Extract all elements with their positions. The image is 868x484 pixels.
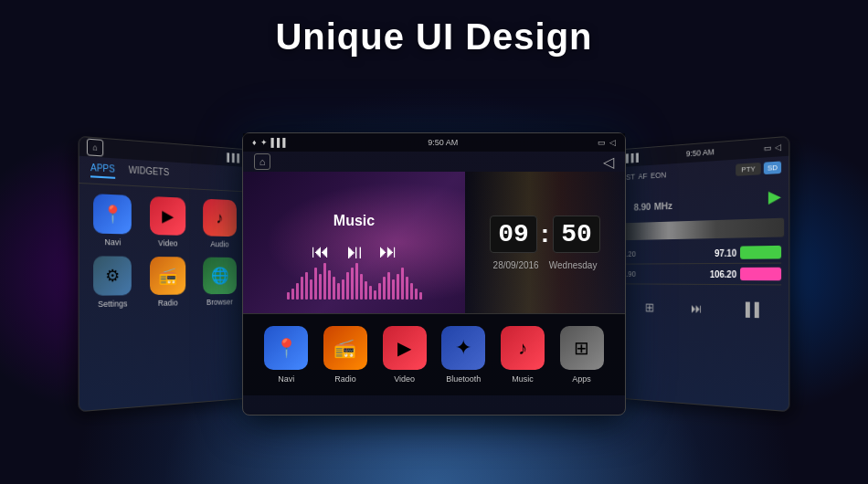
music-bars [243,263,465,300]
app-radio[interactable]: 📻 Radio [145,257,190,308]
grid-nav-btn[interactable]: ⊞ [645,300,655,315]
preset2-num: .90 [626,269,646,279]
center-top-nav: ⌂ ◁ [243,152,625,172]
app-browser[interactable]: 🌐 Browser [198,258,240,307]
app-audio[interactable]: ♪ Audio [198,198,240,248]
status-icons: ▌▌▌ [227,153,241,163]
radio-preset-2[interactable]: .90 106.20 [626,264,781,286]
music-bar [291,289,294,300]
bluetooth-icon: ✦ [260,138,268,147]
settings-icon: ⚙ [93,256,132,295]
radio-btn-af[interactable]: AF [638,171,647,180]
dock-bt-label: Bluetooth [446,374,481,384]
right-time: 9:50 AM [686,147,715,158]
music-bar [369,286,372,300]
music-bar [387,272,390,300]
back-icon[interactable]: ◁ [609,138,616,147]
music-bar [328,270,331,300]
music-bar [383,277,386,300]
music-bar [301,277,303,300]
preset1-num: .20 [626,249,646,258]
pty-button[interactable]: PTY [736,163,760,176]
tab-apps[interactable]: APPS [90,163,115,179]
dock-bluetooth[interactable]: ✦ Bluetooth [441,326,485,384]
right-battery: ▭ [764,142,772,153]
radio-btn-st[interactable]: ST [626,172,635,181]
dock-radio[interactable]: 📻 Radio [323,326,367,384]
app-video[interactable]: ▶ Video [145,196,190,248]
dock-video[interactable]: ▶ Video [383,326,427,384]
music-controls: ⏮ ⏯ ⏭ [312,240,397,264]
preset2-bar [740,268,781,281]
clock-panel: 09 : 50 28/09/2016 Wednesday [465,172,625,313]
radio-preset-1[interactable]: .20 97.10 [626,242,781,265]
rewind-button[interactable]: ⏮ [312,241,330,262]
right-status-icons: ▌▌▌ [626,153,640,163]
dock-navi[interactable]: 📍 Navi [264,326,308,384]
center-back-btn[interactable]: ◁ [603,153,614,171]
video-label: Video [158,238,177,247]
navi-label: Navi [104,237,121,247]
music-title: Music [333,213,375,229]
music-panel: Music ⏮ ⏯ ⏭ [243,172,465,313]
dock-navi-icon: 📍 [264,326,308,370]
screen-center: ♦ ✦ ▌▌▌ 9:50 AM ▭ ◁ ⌂ ◁ Music ⏮ ⏯ ⏭ [242,132,626,416]
radio-label: Radio [158,299,178,308]
right-back[interactable]: ◁ [775,142,781,153]
app-settings[interactable]: ⚙ Settings [89,256,136,309]
music-bar [337,283,340,300]
center-status-bar: ♦ ✦ ▌▌▌ 9:50 AM ▭ ◁ [243,133,625,152]
radio-frequency: 8.90MHz [626,184,681,219]
center-home-btn[interactable]: ⌂ [254,153,270,170]
dock-video-label: Video [394,374,415,384]
music-bar [333,277,335,300]
play-pause-button[interactable]: ⏯ [344,240,365,264]
navi-icon: 📍 [93,194,132,234]
page-title: Unique UI Design [0,16,868,58]
video-icon: ▶ [150,196,185,236]
dock-navi-label: Navi [278,374,294,384]
radio-btn-eon[interactable]: EON [651,170,666,180]
preset1-freq: 97.10 [646,247,740,258]
dock-apps-icon: ⊞ [560,326,604,370]
music-bar [323,263,326,300]
dock-video-icon: ▶ [383,326,427,370]
music-bar [351,268,354,300]
settings-label: Settings [98,299,127,309]
music-bar [355,263,358,300]
dock-music[interactable]: ♪ Music [501,326,545,384]
dock-apps[interactable]: ⊞ Apps [560,326,604,384]
screen-left: ⌂ ▌▌▌ APPS WIDGETS 📍 Navi ▶ Video ♪ Audi… [79,136,249,412]
app-navi[interactable]: 📍 Navi [89,194,136,247]
browser-icon: 🌐 [203,258,237,295]
forward-button[interactable]: ⏭ [379,241,397,262]
dock-apps-label: Apps [572,374,591,384]
clock-display: 09 : 50 [490,216,600,253]
signal-icon: ▌▌▌ [227,153,241,163]
battery-icon: ▭ [598,138,606,147]
tab-widgets[interactable]: WIDGETS [129,164,169,182]
clock-minutes: 50 [553,216,600,253]
music-bar [319,274,322,300]
skip-nav-btn[interactable]: ⏭ [691,301,703,316]
clock-date: 28/09/2016 Wednesday [493,260,598,270]
audio-icon: ♪ [203,199,237,237]
play-icon[interactable]: ▶ [768,185,781,206]
dock-music-icon: ♪ [501,326,545,370]
music-bar [287,292,290,300]
music-bar [397,274,399,300]
music-bar [410,283,413,300]
music-bar [406,277,408,300]
eq-nav-btn[interactable]: ▐▐ [741,301,759,317]
music-bar [346,272,349,300]
music-bar [342,279,344,300]
browser-label: Browser [206,298,233,307]
sd-button[interactable]: SD [764,161,781,174]
home-icon[interactable]: ⌂ [87,139,103,157]
right-signal: ▌▌▌ [626,153,640,163]
music-bar [314,268,317,300]
music-bar [401,268,404,300]
freq-unit: MHz [654,200,672,211]
bottom-dock: 📍 Navi 📻 Radio ▶ Video ✦ Bluetooth ♪ Mus… [243,313,625,395]
music-bar [365,281,367,300]
